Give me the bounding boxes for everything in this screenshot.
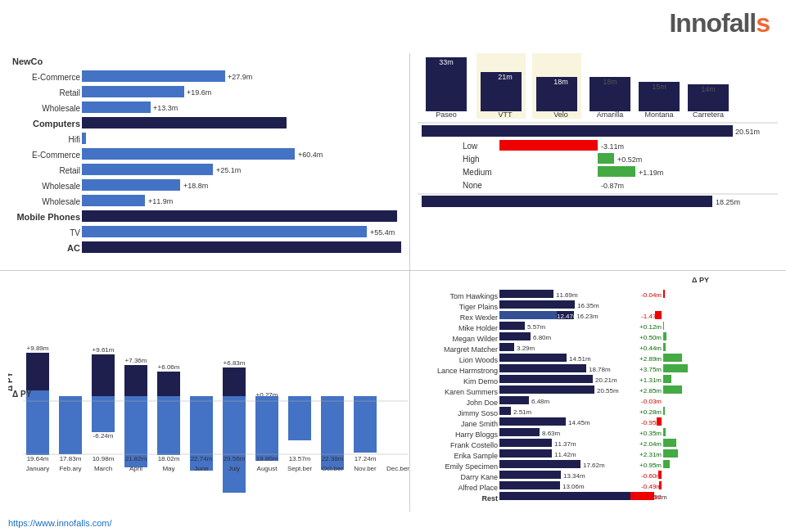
- svg-rect-101: [157, 396, 180, 455]
- svg-text:18.02m: 18.02m: [158, 455, 180, 462]
- svg-rect-129: [354, 396, 377, 453]
- svg-text:Δ PY: Δ PY: [12, 390, 32, 399]
- svg-text:12.47m: 12.47m: [557, 313, 579, 320]
- svg-text:20.51m: 20.51m: [735, 128, 760, 136]
- svg-text:+18.8m: +18.8m: [183, 182, 208, 190]
- svg-rect-200: [657, 417, 662, 426]
- svg-rect-82: [59, 396, 82, 454]
- svg-rect-118: [255, 396, 278, 461]
- svg-text:18.25m: 18.25m: [716, 198, 740, 206]
- svg-rect-205: [663, 428, 666, 436]
- svg-rect-195: [663, 407, 665, 415]
- svg-text:13.34m: 13.34m: [563, 472, 585, 480]
- svg-text:Alfred Place: Alfred Place: [458, 484, 498, 492]
- svg-text:-0.03m: -0.03m: [641, 398, 662, 405]
- svg-text:Jimmy Soso: Jimmy Soso: [458, 409, 498, 417]
- svg-text:Sept.ber: Sept.ber: [287, 465, 313, 472]
- svg-text:Mike Holder: Mike Holder: [458, 324, 498, 332]
- svg-rect-220: [663, 460, 670, 468]
- svg-text:18m: 18m: [553, 78, 568, 86]
- svg-rect-222: [499, 471, 561, 479]
- svg-text:Δ PY: Δ PY: [692, 276, 709, 284]
- svg-text:+0.35m: +0.35m: [639, 430, 662, 437]
- svg-rect-7: [82, 101, 151, 113]
- svg-text:August: August: [257, 465, 278, 472]
- svg-text:+19.6m: +19.6m: [187, 88, 211, 97]
- svg-text:Amarilla: Amarilla: [597, 110, 624, 119]
- svg-rect-141: [663, 290, 665, 298]
- svg-rect-92: [124, 365, 147, 401]
- svg-text:Karen Summers: Karen Summers: [445, 388, 499, 396]
- svg-text:20.21m: 20.21m: [595, 376, 617, 384]
- svg-text:Wholesale: Wholesale: [42, 197, 80, 206]
- svg-text:3.29m: 3.29m: [517, 345, 535, 352]
- svg-rect-181: [663, 375, 671, 383]
- svg-text:+1.19m: +1.19m: [639, 169, 663, 177]
- svg-rect-63: [598, 153, 614, 164]
- svg-rect-10: [82, 117, 287, 128]
- svg-rect-18: [82, 164, 213, 175]
- svg-text:+7.36m: +7.36m: [125, 357, 147, 364]
- svg-text:AC: AC: [67, 243, 80, 253]
- svg-text:+11.9m: +11.9m: [148, 197, 173, 205]
- svg-rect-85: [92, 354, 115, 402]
- svg-text:Hifi: Hifi: [69, 135, 80, 144]
- monthly-chart-section: Δ PY +9.89m 19.64m January -0.87m 17.83m…: [8, 274, 409, 512]
- people-svg: Δ PY Tom Hawkings 11.69m -0.04m Tiger Pl…: [418, 274, 778, 512]
- svg-text:19.64m: 19.64m: [27, 455, 49, 462]
- svg-rect-30: [82, 226, 367, 237]
- svg-text:Mobile Phones: Mobile Phones: [16, 212, 80, 222]
- svg-rect-171: [663, 354, 682, 362]
- svg-rect-173: [499, 364, 586, 372]
- svg-text:Megan Wilder: Megan Wilder: [452, 335, 498, 343]
- svg-text:29.56m: 29.56m: [224, 455, 246, 462]
- svg-text:Oct.ber: Oct.ber: [322, 465, 344, 472]
- svg-text:Rex Wexler: Rex Wexler: [460, 313, 498, 322]
- svg-rect-15: [82, 148, 295, 160]
- svg-text:+2.89m: +2.89m: [639, 355, 662, 363]
- svg-text:VTT: VTT: [499, 110, 513, 119]
- svg-rect-24: [82, 195, 145, 206]
- svg-rect-66: [598, 166, 635, 177]
- svg-text:TV: TV: [70, 228, 80, 237]
- svg-text:6.48m: 6.48m: [531, 398, 550, 405]
- svg-text:None: None: [463, 181, 482, 190]
- svg-rect-210: [663, 439, 676, 447]
- svg-rect-215: [663, 449, 678, 458]
- svg-text:11.42m: 11.42m: [554, 451, 576, 458]
- svg-rect-168: [499, 354, 567, 362]
- svg-rect-21: [82, 179, 180, 191]
- svg-rect-166: [663, 343, 666, 351]
- svg-text:Tiger Plains: Tiger Plains: [459, 303, 499, 311]
- svg-text:20.55m: 20.55m: [597, 387, 619, 394]
- svg-rect-138: [499, 290, 553, 298]
- svg-text:21.82m: 21.82m: [125, 455, 147, 462]
- svg-rect-72: [422, 196, 712, 207]
- svg-rect-186: [663, 385, 682, 394]
- svg-rect-202: [499, 428, 540, 436]
- svg-text:Wholesale: Wholesale: [42, 182, 80, 191]
- svg-text:+0.52m: +0.52m: [617, 156, 642, 164]
- svg-rect-27: [82, 210, 397, 222]
- svg-rect-232: [499, 492, 643, 500]
- svg-text:+13.3m: +13.3m: [153, 104, 178, 112]
- svg-text:13.57m: 13.57m: [289, 455, 311, 462]
- svg-rect-4: [82, 86, 184, 97]
- svg-text:Margret Matcher: Margret Matcher: [444, 345, 498, 354]
- svg-text:+2.04m: +2.04m: [639, 440, 662, 448]
- svg-text:+27.9m: +27.9m: [228, 73, 252, 81]
- svg-text:Carretera: Carretera: [693, 110, 724, 119]
- svg-rect-121: [288, 396, 311, 440]
- svg-text:Lion Woods: Lion Woods: [459, 356, 499, 364]
- monthly-svg: Δ PY +9.89m 19.64m January -0.87m 17.83m…: [8, 274, 409, 512]
- top-right-svg: Paseo 33m VTT 21m Velo 18m Amarilla 18m …: [418, 53, 778, 270]
- svg-text:March: March: [94, 465, 112, 472]
- svg-rect-60: [499, 140, 598, 151]
- svg-rect-188: [499, 396, 529, 404]
- svg-rect-163: [499, 343, 514, 351]
- svg-text:April: April: [129, 465, 142, 472]
- svg-text:21m: 21m: [498, 73, 513, 81]
- svg-text:19.80m: 19.80m: [256, 455, 278, 462]
- svg-text:+0.28m: +0.28m: [639, 408, 662, 416]
- url-bar: https://www.innofalls.com/: [8, 518, 112, 528]
